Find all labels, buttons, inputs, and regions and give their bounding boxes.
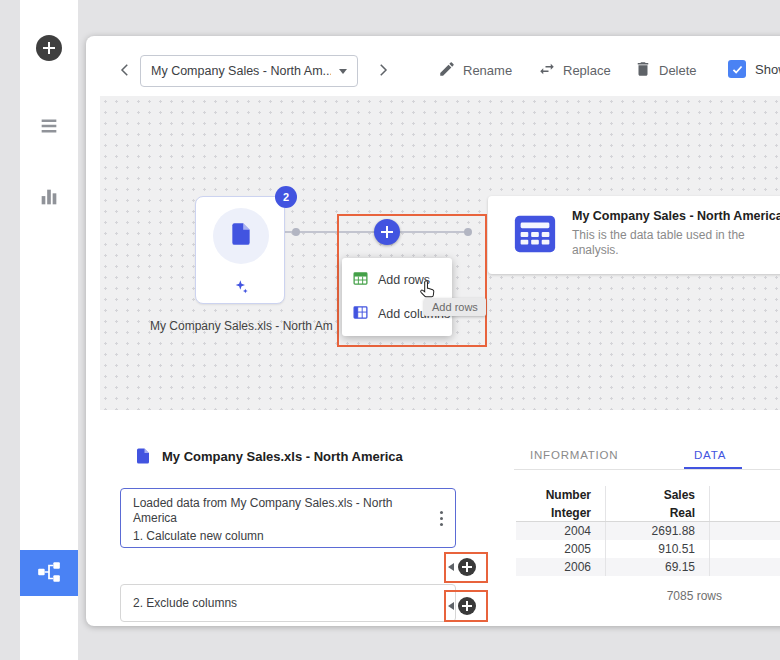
column-header <box>710 486 780 504</box>
sidebar <box>20 0 78 660</box>
tab-information[interactable]: INFORMATION <box>530 449 618 461</box>
table-cell <box>710 540 780 558</box>
table-cell: 2004 <box>516 522 606 540</box>
swap-arrows-icon <box>538 60 556 81</box>
step-description: Loaded data from My Company Sales.xls - … <box>133 496 425 526</box>
add-rows-table-icon <box>352 270 369 290</box>
table-cell: 2691.88 <box>606 522 710 540</box>
data-canvas: 2 My Company Sales.xls - North Am Add ro… <box>100 96 780 410</box>
column-type: Real <box>606 504 710 521</box>
dataset-selector[interactable]: My Company Sales - North Am... <box>140 55 358 87</box>
add-new-button[interactable] <box>36 35 62 61</box>
checkbox-checked-icon[interactable] <box>728 60 746 78</box>
add-columns-table-icon <box>352 304 369 324</box>
list-icon <box>38 115 60 140</box>
app-background: My Company Sales - North Am... Rename Re… <box>0 0 780 660</box>
table-cell: 2005 <box>516 540 606 558</box>
sparkle-icon <box>233 279 249 295</box>
table-cell: 2006 <box>516 558 606 576</box>
trash-icon <box>634 60 652 81</box>
table-cell: 69.15 <box>606 558 710 576</box>
sidebar-item-data[interactable] <box>37 115 61 139</box>
source-step-card-2[interactable]: 2. Exclude columns <box>120 584 456 622</box>
show-toggle[interactable]: Show <box>728 60 780 78</box>
data-canvas-panel: My Company Sales - North Am... Rename Re… <box>86 36 780 626</box>
data-preview-table: Number Sales Integer Real 2004 2691.88 2… <box>516 486 780 576</box>
sidebar-item-data-canvas[interactable] <box>20 550 78 596</box>
dataset-selector-value: My Company Sales - North Am... <box>151 64 331 78</box>
table-cell: 910.51 <box>606 540 710 558</box>
show-label: Show <box>755 62 780 77</box>
insert-arrow-icon <box>448 602 454 610</box>
file-icon <box>228 221 254 251</box>
data-table-icon <box>512 211 558 257</box>
table-header-row: Number Sales <box>516 486 780 504</box>
connector-port-right <box>464 228 472 236</box>
connector-port-left <box>292 228 300 236</box>
replace-label: Replace <box>563 63 611 78</box>
kebab-menu-icon[interactable] <box>440 517 443 520</box>
column-type: Integer <box>516 504 606 521</box>
insert-step-button-2[interactable] <box>458 597 476 615</box>
data-table-description: This is the data table used in the analy… <box>572 228 777 258</box>
insert-step-button-1[interactable] <box>458 558 476 576</box>
column-type <box>710 504 780 521</box>
data-table-node[interactable]: My Company Sales - North America This is… <box>488 196 780 274</box>
file-icon <box>134 447 152 465</box>
chevron-down-icon <box>339 69 347 74</box>
bar-chart-icon <box>38 186 60 211</box>
insert-arrow-icon <box>448 563 454 571</box>
table-cell <box>710 558 780 576</box>
sidebar-item-visualizations[interactable] <box>37 186 61 210</box>
delete-label: Delete <box>659 63 697 78</box>
divider <box>514 469 780 470</box>
source-step-card-1[interactable]: Loaded data from My Company Sales.xls - … <box>120 488 456 548</box>
data-source-node[interactable]: 2 <box>195 196 285 304</box>
table-type-row: Integer Real <box>516 504 780 522</box>
mouse-cursor-hand-icon <box>416 279 438 301</box>
step-description: 2. Exclude columns <box>133 596 237 610</box>
table-row: 2004 2691.88 <box>516 522 780 540</box>
data-table-title: My Company Sales - North America <box>572 209 780 223</box>
chevron-left-icon <box>116 61 134 82</box>
chevron-right-icon <box>374 61 392 82</box>
add-transformation-button[interactable] <box>374 219 400 245</box>
step-description: 1. Calculate new column <box>133 529 425 544</box>
replace-button[interactable]: Replace <box>538 60 611 81</box>
step-count-badge: 2 <box>275 186 297 208</box>
column-header: Sales <box>606 486 710 504</box>
column-header: Number <box>516 486 606 504</box>
row-count-label: 7085 rows <box>606 589 722 603</box>
node-icon-circle <box>213 208 269 264</box>
source-title: My Company Sales.xls - North America <box>162 449 403 464</box>
pencil-icon <box>438 60 456 81</box>
previous-dataset-button[interactable] <box>112 58 138 84</box>
rename-button[interactable]: Rename <box>438 60 512 81</box>
next-dataset-button[interactable] <box>370 58 396 84</box>
delete-button[interactable]: Delete <box>634 60 697 81</box>
rename-label: Rename <box>463 63 512 78</box>
table-row: 2006 69.15 <box>516 558 780 576</box>
table-cell <box>710 522 780 540</box>
tab-data[interactable]: DATA <box>694 449 726 461</box>
table-row: 2005 910.51 <box>516 540 780 558</box>
data-canvas-flow-icon <box>36 559 62 588</box>
